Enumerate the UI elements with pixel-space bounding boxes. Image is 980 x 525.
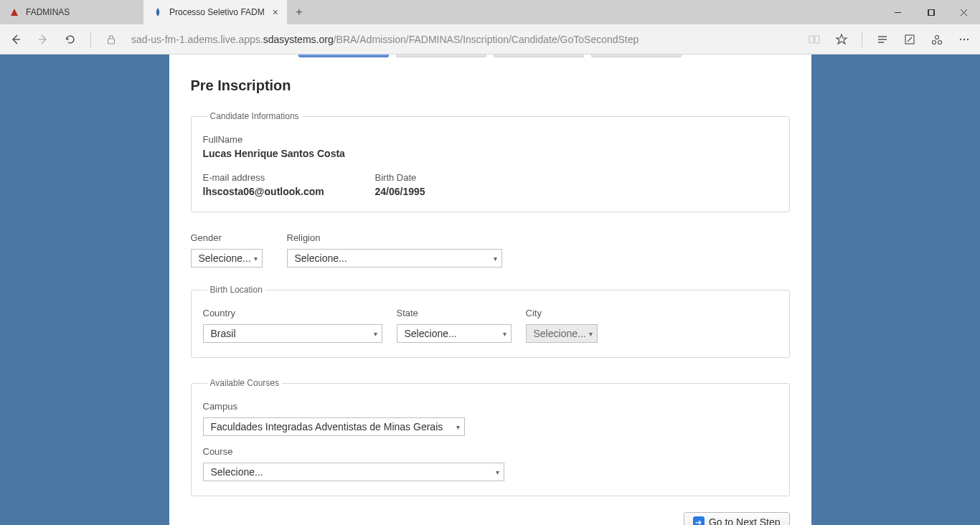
country-select[interactable]: Brasil ▾	[203, 324, 382, 343]
religion-value: Selecione...	[295, 252, 347, 264]
candidate-info-box: Candidate Informations FullName Lucas He…	[191, 111, 790, 212]
svg-point-16	[963, 38, 965, 39]
page-card: Pre Inscription Candidate Informations F…	[169, 55, 811, 525]
wizard-steps	[169, 55, 811, 65]
campus-value: Faculdades Integradas Adventistas de Min…	[211, 421, 443, 432]
site-icon	[152, 6, 164, 18]
birth-location-box: Birth Location Country Brasil ▾ State Se…	[191, 285, 790, 358]
tab-processo-seletivo[interactable]: Processo Seletivo FADM ×	[143, 0, 287, 24]
window-controls	[881, 0, 980, 24]
campus-select[interactable]: Faculdades Integradas Adventistas de Min…	[203, 417, 465, 436]
maximize-button[interactable]	[914, 0, 947, 24]
step-4[interactable]	[591, 55, 682, 57]
hub-icon[interactable]	[875, 32, 890, 47]
available-courses-box: Available Courses Campus Faculdades Inte…	[191, 378, 790, 496]
state-value: Selecione...	[405, 328, 457, 339]
forward-icon[interactable]	[36, 32, 50, 47]
candidate-info-legend: Candidate Informations	[207, 111, 302, 121]
country-label: Country	[203, 308, 382, 318]
courses-legend: Available Courses	[207, 378, 283, 388]
email-value: lhscosta06@outlook.com	[203, 186, 347, 197]
city-value: Selecione...	[534, 328, 586, 339]
gender-select[interactable]: Selecione... ▾	[191, 249, 263, 268]
svg-point-12	[936, 35, 939, 39]
chevron-down-icon: ▾	[496, 468, 499, 476]
religion-label: Religion	[287, 232, 502, 243]
chevron-down-icon: ▾	[503, 330, 507, 338]
religion-select[interactable]: Selecione... ▾	[287, 249, 502, 268]
svg-point-15	[960, 38, 961, 39]
more-icon[interactable]	[957, 32, 971, 47]
city-select[interactable]: Selecione... ▾	[526, 324, 598, 343]
birthdate-value: 24/06/1995	[375, 186, 425, 197]
chevron-down-icon: ▾	[374, 330, 377, 338]
refresh-icon[interactable]	[63, 32, 77, 47]
form-content: Pre Inscription Candidate Informations F…	[169, 65, 811, 496]
chevron-down-icon: ▾	[456, 423, 460, 431]
gender-value: Selecione...	[199, 252, 251, 264]
url-domain: sdasystems.org	[263, 34, 334, 45]
new-tab-button[interactable]: +	[287, 0, 311, 24]
state-label: State	[397, 308, 512, 318]
go-to-next-step-button[interactable]: ➔ Go to Next Step	[684, 512, 790, 525]
arrow-right-icon: ➔	[693, 516, 705, 525]
favorite-icon[interactable]	[834, 32, 849, 47]
gender-label: Gender	[191, 232, 263, 243]
page-viewport: Pre Inscription Candidate Informations F…	[0, 55, 980, 525]
url-prefix: sad-us-fm-1.adems.live.apps.	[131, 34, 263, 45]
course-label: Course	[203, 446, 504, 457]
form-actions: ➔ Go to Next Step	[169, 512, 811, 525]
city-label: City	[526, 308, 598, 318]
minimize-button[interactable]	[881, 0, 914, 24]
birthdate-label: Birth Date	[375, 172, 425, 183]
close-window-button[interactable]	[947, 0, 980, 24]
address-bar[interactable]: sad-us-fm-1.adems.live.apps.sdasystems.o…	[131, 34, 794, 45]
course-value: Selecione...	[211, 466, 263, 478]
page-title: Pre Inscription	[191, 77, 790, 94]
next-button-label: Go to Next Step	[709, 516, 781, 525]
browser-navbar: sad-us-fm-1.adems.live.apps.sdasystems.o…	[0, 24, 980, 55]
fullname-label: FullName	[203, 134, 778, 145]
navbar-right-icons	[807, 32, 971, 47]
separator	[90, 32, 91, 47]
chevron-down-icon: ▾	[254, 255, 258, 262]
svg-point-13	[933, 40, 936, 44]
state-select[interactable]: Selecione... ▾	[397, 324, 512, 343]
fullname-value: Lucas Henrique Santos Costa	[203, 148, 778, 159]
course-select[interactable]: Selecione... ▾	[203, 463, 504, 481]
svg-point-14	[938, 40, 942, 44]
tab-fadminas[interactable]: FADMINAS	[0, 0, 143, 24]
close-icon[interactable]: ×	[273, 6, 278, 18]
tab-title: FADMINAS	[26, 7, 70, 17]
tab-title: Processo Seletivo FADM	[169, 7, 265, 17]
step-1[interactable]	[298, 55, 389, 57]
birth-location-legend: Birth Location	[207, 285, 265, 295]
share-icon[interactable]	[930, 32, 944, 47]
reading-view-icon[interactable]	[807, 32, 821, 47]
gender-religion-row: Gender Selecione... ▾ Religion Selecione…	[191, 232, 790, 268]
svg-point-17	[967, 38, 969, 39]
lock-icon	[104, 32, 118, 47]
browser-tab-strip: FADMINAS Processo Seletivo FADM × +	[0, 0, 980, 24]
site-icon	[9, 6, 20, 18]
chevron-down-icon: ▾	[494, 255, 497, 262]
notes-icon[interactable]	[903, 32, 917, 47]
step-3[interactable]	[494, 55, 584, 57]
svg-rect-7	[108, 39, 115, 44]
campus-label: Campus	[203, 401, 465, 412]
step-2[interactable]	[396, 55, 486, 57]
chevron-down-icon: ▾	[589, 330, 593, 338]
back-icon[interactable]	[9, 32, 23, 47]
email-label: E-mail address	[203, 172, 347, 183]
country-value: Brasil	[211, 328, 236, 339]
url-path: /BRA/Admission/FADMINAS/Inscription/Cand…	[334, 34, 639, 45]
separator	[862, 32, 862, 47]
